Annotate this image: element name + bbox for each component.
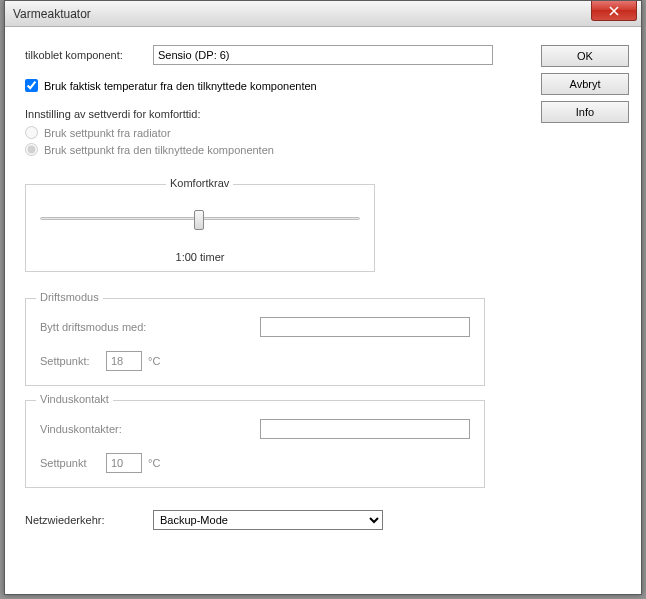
vinduskontakt-contacts-input: [260, 419, 470, 439]
netzwiederkehr-select[interactable]: Backup-Mode: [153, 510, 383, 530]
komfortkrav-value: 1:00 timer: [40, 251, 360, 263]
client-area: OK Avbryt Info tilkoblet komponent: Bruk…: [5, 27, 641, 558]
komfortkrav-slider[interactable]: [40, 207, 360, 231]
close-button[interactable]: [591, 1, 637, 21]
connected-component-row: tilkoblet komponent:: [25, 45, 621, 65]
use-actual-temp-label: Bruk faktisk temperatur fra den tilknytt…: [44, 80, 317, 92]
close-icon: [609, 6, 619, 16]
radio-component-label: Bruk settpunkt fra den tilknyttede kompo…: [44, 144, 274, 156]
driftsmodus-switch-input: [260, 317, 470, 337]
driftsmodus-switch-row: Bytt driftsmodus med:: [40, 317, 470, 337]
vinduskontakt-legend: Vinduskontakt: [36, 393, 113, 405]
info-button[interactable]: Info: [541, 101, 629, 123]
setpoint-section-label: Innstilling av settverdi for komforttid:: [25, 108, 621, 120]
komfortkrav-fieldset: Komfortkrav 1:00 timer: [25, 184, 375, 272]
driftsmodus-setpoint-label: Settpunkt:: [40, 355, 106, 367]
ok-button[interactable]: OK: [541, 45, 629, 67]
vinduskontakt-setpoint-row: Settpunkt °C: [40, 453, 470, 473]
driftsmodus-fieldset: Driftsmodus Bytt driftsmodus med: Settpu…: [25, 298, 485, 386]
driftsmodus-unit: °C: [148, 355, 160, 367]
driftsmodus-legend: Driftsmodus: [36, 291, 103, 303]
radio-component-row: Bruk settpunkt fra den tilknyttede kompo…: [25, 143, 621, 156]
netzwiederkehr-row: Netzwiederkehr: Backup-Mode: [25, 510, 621, 530]
driftsmodus-setpoint-row: Settpunkt: °C: [40, 351, 470, 371]
komfortkrav-legend: Komfortkrav: [166, 177, 233, 189]
titlebar: Varmeaktuator: [5, 1, 641, 27]
radio-radiator-label: Bruk settpunkt fra radiator: [44, 127, 171, 139]
driftsmodus-switch-label: Bytt driftsmodus med:: [40, 321, 260, 333]
radio-radiator-row: Bruk settpunkt fra radiator: [25, 126, 621, 139]
vinduskontakt-contacts-row: Vinduskontakter:: [40, 419, 470, 439]
driftsmodus-setpoint-input: [106, 351, 142, 371]
netzwiederkehr-label: Netzwiederkehr:: [25, 514, 153, 526]
radio-radiator[interactable]: [25, 126, 38, 139]
use-actual-temp-row: Bruk faktisk temperatur fra den tilknytt…: [25, 79, 621, 92]
vinduskontakt-fieldset: Vinduskontakt Vinduskontakter: Settpunkt…: [25, 400, 485, 488]
window-title: Varmeaktuator: [13, 7, 91, 21]
dialog-window: Varmeaktuator OK Avbryt Info tilkoblet k…: [4, 0, 642, 595]
vinduskontakt-setpoint-input: [106, 453, 142, 473]
connected-component-label: tilkoblet komponent:: [25, 49, 153, 61]
vinduskontakt-unit: °C: [148, 457, 160, 469]
cancel-button[interactable]: Avbryt: [541, 73, 629, 95]
vinduskontakt-setpoint-label: Settpunkt: [40, 457, 106, 469]
dialog-buttons: OK Avbryt Info: [541, 45, 629, 123]
vinduskontakt-contacts-label: Vinduskontakter:: [40, 423, 260, 435]
connected-component-input[interactable]: [153, 45, 493, 65]
use-actual-temp-checkbox[interactable]: [25, 79, 38, 92]
radio-component[interactable]: [25, 143, 38, 156]
slider-thumb[interactable]: [194, 210, 204, 230]
